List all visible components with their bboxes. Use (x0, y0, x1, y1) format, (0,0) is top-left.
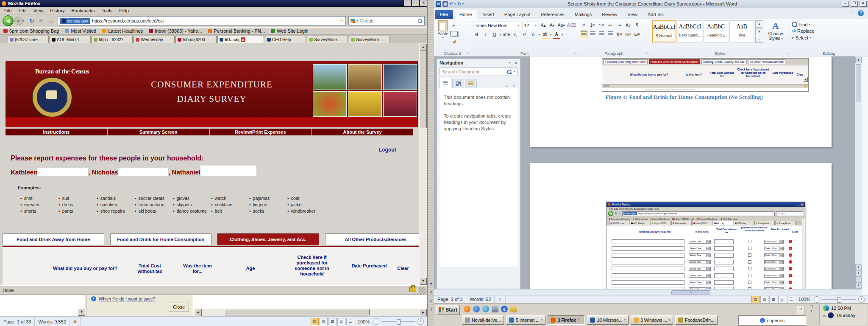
category-tab[interactable]: All Other Products/Services (325, 233, 427, 245)
search-options-dropdown[interactable]: ▾ (513, 70, 515, 73)
clipboard-dialog-launcher[interactable]: ⤡ (467, 51, 470, 56)
proofing-icon[interactable]: ✓ (495, 295, 506, 303)
page-indicator[interactable]: Page: 2 of 3 (434, 295, 466, 303)
grow-font-icon[interactable]: A▴ (540, 22, 547, 29)
media-player-icon[interactable] (473, 306, 480, 312)
left-zoom-level[interactable]: 100% (358, 319, 370, 324)
left-page-indicator[interactable]: Page: 1 of 36 (0, 317, 35, 326)
bookmark-star-icon[interactable]: ☆ (339, 18, 344, 24)
word-vertical-scrollbar[interactable]: ▲ ▼ ⇞ ○ ⇟ (855, 56, 862, 289)
zoom-in-icon[interactable]: + (858, 296, 865, 303)
tray-expand-icons[interactable]: ❐▾ (810, 306, 813, 312)
scroll-down-icon[interactable]: ▼ (420, 278, 427, 285)
underline-icon[interactable]: U (491, 31, 498, 39)
styles-more-icon[interactable]: ⌄ (755, 36, 763, 43)
search-box[interactable]: ▾ Google (348, 16, 425, 25)
menu-item[interactable]: Bookmarks (72, 8, 95, 13)
print-layout-icon[interactable]: ▤ (311, 318, 319, 325)
highlight-icon[interactable]: ab (541, 31, 549, 39)
reload-icon[interactable]: ↻ (28, 17, 36, 25)
paragraph-dialog-launcher[interactable]: ⤡ (646, 51, 648, 56)
web-layout-icon[interactable]: ▦ (769, 296, 777, 303)
messenger-icon[interactable] (482, 306, 489, 312)
browse-headings-tab[interactable] (440, 78, 451, 88)
undo-dropdown[interactable]: ▾ (454, 2, 456, 6)
outline-icon[interactable]: ≣ (778, 296, 786, 303)
group-dropdown-icon[interactable]: ▾ (541, 318, 543, 322)
maximize-button[interactable]: ▢ (412, 0, 419, 6)
align-left-icon[interactable] (580, 31, 587, 38)
menu-item[interactable]: Edit (19, 8, 27, 13)
tray-collapse-icon[interactable]: « (823, 313, 826, 318)
line-spacing-icon[interactable]: ⇅▾ (615, 31, 623, 38)
align-right-icon[interactable] (598, 31, 605, 38)
menu-item[interactable]: View (33, 8, 44, 13)
outline-icon[interactable]: ≣ (337, 318, 345, 325)
bookmark-item[interactable]: Most Visited (65, 28, 96, 34)
browser-tab[interactable]: SurveyMonk... x (349, 36, 390, 43)
ribbon-tab[interactable]: File (435, 10, 453, 19)
previous-result-icon[interactable]: ▲ (505, 84, 509, 88)
logout-link[interactable]: Logout (379, 147, 396, 153)
left-word-count[interactable]: Words: 9,552 (35, 317, 70, 326)
firefox-scrollbar[interactable]: ▲ ▼ (419, 43, 427, 285)
tab-close-icon[interactable]: x (241, 37, 245, 42)
taskbar-button[interactable]: 5 Internet ... ▾ (506, 315, 546, 325)
pane-close-icon[interactable]: ✕ (514, 61, 517, 65)
close-dialog-button[interactable]: Close (169, 303, 189, 312)
word-prev-page-icon[interactable]: ⇞ (855, 270, 862, 277)
nav-instructions[interactable]: Instructions (6, 129, 108, 135)
background-scrollbar-strip[interactable]: ▼ ⇞ ○ ⇟ (427, 0, 434, 326)
pane-options-dropdown[interactable]: ▾ (509, 61, 511, 65)
minimize-ribbon-icon[interactable]: ⌃ (851, 11, 855, 15)
cut-icon[interactable]: ✂ (450, 22, 458, 30)
close-button[interactable]: ✕ (420, 0, 427, 6)
zoom-level[interactable]: 100% (798, 297, 810, 302)
shrink-font-icon[interactable]: A▾ (548, 22, 556, 29)
strikethrough-icon[interactable]: abe (503, 31, 511, 39)
find-button[interactable]: Find ▾ (792, 22, 866, 27)
group-dropdown-icon[interactable]: ▾ (578, 318, 579, 322)
draft-icon[interactable]: ☰ (346, 318, 354, 325)
minimize-button[interactable]: _ (404, 0, 411, 6)
folder-quicklaunch-icon[interactable] (510, 306, 517, 312)
web-layout-icon[interactable]: ▦ (328, 318, 337, 325)
group-dropdown-icon[interactable]: ▾ (669, 318, 670, 322)
tray-navy-icon[interactable] (828, 312, 834, 318)
multilevel-list-icon[interactable]: ⁙≡ (598, 22, 605, 29)
category-tab[interactable]: Food and Drink for Home Consumption (110, 233, 212, 245)
scroll-right-icon[interactable]: ▶ (420, 309, 427, 316)
browser-tab[interactable]: Wednesday... x (134, 36, 175, 43)
bullets-icon[interactable]: ⁝≡ (580, 22, 587, 29)
format-painter-icon[interactable]: ◢ (450, 37, 458, 45)
ribbon-tab[interactable]: Insert (477, 10, 499, 19)
menu-item[interactable]: Help (119, 8, 129, 13)
word-scroll-down-icon[interactable]: ▼ (855, 264, 862, 271)
sort-icon[interactable]: A↓ (624, 22, 632, 29)
bold-icon[interactable]: B (473, 31, 481, 39)
browse-object-icon[interactable]: ○ (428, 299, 434, 303)
browser-tab[interactable]: http:/...62322 x (92, 36, 133, 43)
bookmark-item[interactable]: Web Site Login (271, 28, 308, 34)
browser-tab[interactable]: Inbox (6203... x (175, 36, 217, 43)
repeat-icon[interactable]: ↻ (457, 1, 461, 7)
forward-button[interactable]: ▶ (14, 17, 23, 25)
taskbar-button[interactable]: FoodandDrin... (675, 315, 717, 325)
ribbon-tab[interactable]: Mailings (570, 10, 597, 19)
col-clear[interactable]: Clear (390, 266, 416, 271)
zoom-out-icon[interactable]: − (373, 318, 379, 325)
ribbon-tab[interactable]: Review (597, 10, 622, 19)
justify-icon[interactable] (606, 31, 614, 38)
site-identity-chip[interactable]: census.gov (60, 18, 91, 24)
word-count[interactable]: Words: 52 (466, 295, 495, 303)
menu-item[interactable]: File (4, 8, 12, 13)
increase-indent-icon[interactable]: ⇥ (615, 22, 623, 29)
minimize-button[interactable]: ‒ (842, 1, 849, 7)
search-icon[interactable] (507, 70, 512, 74)
word-browse-object-icon[interactable]: ○ (855, 276, 862, 283)
copernic-search-box[interactable]: c copernic (738, 315, 806, 326)
browser-tab[interactable]: CED Help x (265, 36, 306, 43)
ribbon-tab[interactable]: View (622, 10, 643, 19)
browser-tab[interactable]: htt...csj x (217, 36, 264, 43)
restore-button[interactable]: ❐ (851, 1, 858, 7)
